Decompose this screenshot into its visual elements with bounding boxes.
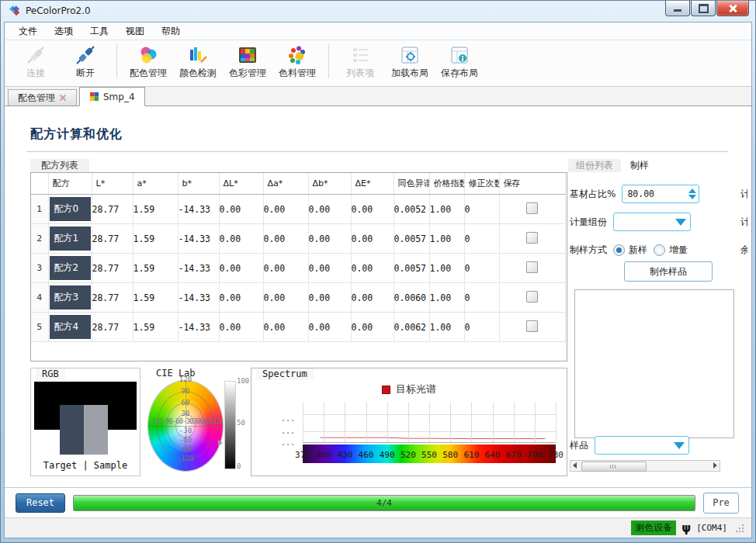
component-dropdown[interactable] [613,213,691,231]
table-row[interactable]: 1配方028.771.59-14.330.000.000.000.000.005… [31,195,565,224]
save-checkbox[interactable] [526,261,538,273]
save-cell [499,224,565,254]
toolbar-button-connect: 连接 [11,43,61,81]
cielab-b-axis-label: 90 [182,387,190,395]
cell-corrections: 0 [464,283,499,313]
bottom-bar: Reset 4/4 Pre [5,487,751,517]
cell-a: 1.59 [133,283,178,313]
table-row[interactable]: 2配方128.771.59-14.330.000.000.000.000.005… [31,224,565,254]
menu-item-0[interactable]: 文件 [11,23,45,40]
clipped-label-0: 计 [740,188,747,201]
radio-selected-icon[interactable] [613,244,625,256]
sample-list-box[interactable] [574,289,734,438]
method-option-new[interactable]: 新样 [613,244,647,257]
spinner-arrows-icon[interactable] [686,185,699,202]
scrollbar-thumb[interactable] [581,462,647,472]
formula-name: 配方0 [50,197,91,221]
spectrum-gridline-v [387,403,388,442]
save-checkbox[interactable] [526,202,538,214]
radio-unselected-icon[interactable] [654,244,665,256]
x-tick-label: 580 [442,450,458,460]
cell-dL: 0.00 [219,313,263,342]
method-label: 制样方式 [570,244,607,257]
scroll-right-icon[interactable] [713,462,717,469]
toolbar-button-color-manage[interactable]: 色彩管理 [223,43,272,81]
base-ratio-spinner[interactable]: 80.00 [622,185,699,203]
formula-name-cell: 配方0 [48,195,92,224]
cell-metamerism: 0.0057 [394,224,429,254]
save-checkbox[interactable] [526,291,538,303]
tab-component-list[interactable]: 组份列表 [568,159,621,172]
toolbar-button-label: 连接 [26,67,45,80]
sample-label: 样品 [570,439,588,452]
base-ratio-row: 基材占比% 80.00 [570,184,699,204]
menu-item-3[interactable]: 视图 [118,23,152,40]
tab-smp4[interactable]: Smp_4 [79,87,145,106]
cell-db: 0.00 [308,313,351,342]
sample-dropdown[interactable] [595,436,689,455]
cell-metamerism: 0.0062 [394,313,429,342]
base-ratio-label: 基材占比% [570,188,616,201]
x-tick-label: 730 [548,450,564,460]
close-icon [728,4,737,13]
maximize-button[interactable] [691,1,716,16]
menu-item-1[interactable]: 选项 [47,23,81,40]
menu-item-4[interactable]: 帮助 [154,23,188,40]
cell-price: 1.00 [429,313,464,342]
column-header-0: 配方 [48,173,92,195]
tab-color-management[interactable]: 配色管理 [8,89,77,105]
spectrum-gridline-h [303,431,556,432]
table-row[interactable]: 4配方328.771.59-14.330.000.000.000.000.006… [31,283,565,313]
x-tick-label: 640 [485,450,501,460]
reset-button[interactable]: Reset [16,493,65,513]
toolbar-button-colorant-manage[interactable]: 色料管理 [272,43,322,81]
table-row[interactable]: 5配方428.771.59-14.330.000.000.000.000.006… [31,313,565,342]
toolbar-button-save-layout[interactable]: 保存布局 [435,43,484,81]
colorant-manage-icon [286,44,308,66]
usb-icon: ψ [681,521,691,535]
x-tick-label: 430 [337,450,352,460]
toolbar-button-color-match[interactable]: 配色管理 [123,43,173,81]
tab-close-icon[interactable] [59,94,67,102]
target-spectrum-curve [321,438,546,438]
cell-dL: 0.00 [219,254,263,283]
minimize-button[interactable] [665,1,690,16]
spectrum-gridline-v [345,403,345,442]
cell-dL: 0.00 [219,283,263,313]
horizontal-scrollbar[interactable] [570,460,720,472]
resize-grip[interactable] [736,524,744,532]
toolbar-button-load-layout[interactable]: 加载布局 [385,43,435,81]
tab-make-sample[interactable]: 制样 [622,159,657,174]
make-sample-button[interactable]: 制作样品 [624,261,713,282]
spectrum-gridline-v [429,403,430,442]
cielab-panel: CIE Lab -120-90-60-30306090120 100 50 0 … [145,368,248,476]
tab-label: Smp_4 [103,92,135,102]
toolbar-button-disconnect[interactable]: 断开 [61,43,110,81]
column-header-9: 价格指数 [429,173,464,195]
cell-metamerism: 0.0060 [394,283,429,313]
cell-price: 1.00 [429,224,464,254]
scroll-left-icon[interactable] [573,462,577,469]
target-swatch [60,405,84,455]
table-row[interactable]: 3配方228.771.59-14.330.000.000.000.000.005… [31,254,565,283]
toolbar-button-color-detect[interactable]: 颜色检测 [173,43,223,81]
color-manage-icon [237,44,258,66]
spectrum-legend: 目标光谱 [251,382,567,396]
formula-name: 配方3 [50,285,91,310]
disconnect-icon [75,44,96,66]
close-button[interactable] [716,1,749,16]
menu-item-2[interactable]: 工具 [82,23,116,40]
progress-bar: 4/4 [73,495,695,511]
pre-button[interactable]: Pre [703,493,739,514]
spectrum-gridline-v [324,403,324,442]
cell-dE: 0.00 [351,224,394,254]
cell-L: 28.77 [92,224,133,254]
save-cell [499,254,565,283]
save-checkbox[interactable] [526,320,538,332]
x-tick-label: 670 [506,450,522,460]
save-checkbox[interactable] [526,232,538,244]
x-tick-label: 610 [463,450,479,460]
cell-price: 1.00 [429,254,464,283]
method-option-increment[interactable]: 增量 [654,244,688,257]
cell-metamerism: 0.0052 [394,195,429,224]
